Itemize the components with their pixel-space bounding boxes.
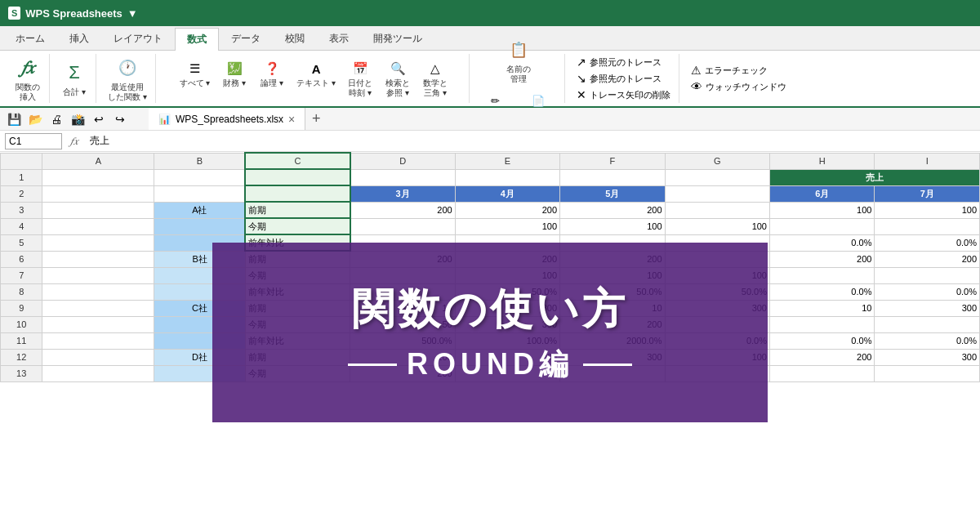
- cell-e13[interactable]: [455, 365, 559, 381]
- cell-d6[interactable]: 200: [350, 251, 455, 267]
- lookup-button[interactable]: 🔍 検索と参照 ▾: [380, 57, 416, 100]
- cell-c4[interactable]: 今期: [245, 218, 350, 234]
- col-header-b[interactable]: B: [154, 153, 245, 169]
- cell-f5[interactable]: [560, 234, 665, 251]
- cell-d13[interactable]: 200: [350, 365, 455, 381]
- fx-button[interactable]: 𝑓𝑥: [65, 135, 83, 148]
- cell-e1[interactable]: [455, 169, 559, 185]
- print-button[interactable]: 🖨: [47, 110, 65, 128]
- cell-i12[interactable]: 300: [875, 349, 980, 365]
- cell-i11[interactable]: 0.0%: [875, 332, 980, 349]
- cell-g10[interactable]: [665, 316, 769, 332]
- cell-i8[interactable]: 0.0%: [875, 283, 980, 300]
- cell-g12[interactable]: 100: [665, 349, 769, 365]
- logic-button[interactable]: ❓ 論理 ▾: [254, 57, 290, 90]
- tab-layout[interactable]: レイアウト: [101, 27, 175, 50]
- cell-b3[interactable]: A社: [154, 202, 245, 218]
- autosum-button[interactable]: Σ 合計 ▾: [58, 58, 91, 99]
- cell-a9[interactable]: [42, 300, 154, 316]
- cell-i13[interactable]: [875, 365, 980, 381]
- screenshot-button[interactable]: 📸: [69, 110, 87, 128]
- cell-b11[interactable]: [154, 332, 245, 349]
- cell-f13[interactable]: [560, 365, 665, 381]
- title-dropdown-icon[interactable]: ▼: [127, 7, 138, 20]
- cell-b10[interactable]: [154, 316, 245, 332]
- cell-g3[interactable]: [665, 202, 769, 218]
- cell-i4[interactable]: [875, 218, 980, 234]
- remove-arrows-button[interactable]: ✕ トレース矢印の削除: [573, 87, 674, 102]
- cell-f10[interactable]: 200: [560, 316, 665, 332]
- cell-g4[interactable]: 100: [665, 218, 769, 234]
- cell-h12[interactable]: 200: [769, 349, 874, 365]
- finance-button[interactable]: 💹 財務 ▾: [216, 57, 252, 90]
- cell-g13[interactable]: [665, 365, 769, 381]
- cell-d4[interactable]: [350, 218, 455, 234]
- cell-b7[interactable]: [154, 267, 245, 283]
- cell-f9[interactable]: 10: [560, 300, 665, 316]
- cell-b12[interactable]: D社: [154, 349, 245, 365]
- cell-a3[interactable]: [42, 202, 154, 218]
- cell-e9[interactable]: 300: [455, 300, 559, 316]
- cell-b13[interactable]: [154, 365, 245, 381]
- cell-g1[interactable]: [665, 169, 769, 185]
- cell-g5[interactable]: [665, 234, 769, 251]
- cell-a12[interactable]: [42, 349, 154, 365]
- cell-i5[interactable]: 0.0%: [875, 234, 980, 251]
- cell-b4[interactable]: [154, 218, 245, 234]
- cell-e10[interactable]: 300: [455, 316, 559, 332]
- cell-c2[interactable]: [245, 185, 350, 202]
- cell-e5[interactable]: [455, 234, 559, 251]
- cell-g8[interactable]: 50.0%: [665, 283, 769, 300]
- save-button[interactable]: 💾: [5, 110, 23, 128]
- trace-dependents-button[interactable]: ↘ 参照先のトレース: [573, 71, 665, 86]
- cell-a1[interactable]: [42, 169, 154, 185]
- trace-precedents-button[interactable]: ↗ 参照元のトレース: [573, 55, 665, 69]
- cell-g7[interactable]: 100: [665, 267, 769, 283]
- cell-a2[interactable]: [42, 185, 154, 202]
- cell-h9[interactable]: 10: [769, 300, 874, 316]
- col-header-h[interactable]: H: [769, 153, 874, 169]
- cell-f7[interactable]: 100: [560, 267, 665, 283]
- col-header-c[interactable]: C: [245, 153, 350, 169]
- insert-function-button[interactable]: 𝑓𝑥 関数の挿入: [11, 53, 44, 104]
- cell-d8[interactable]: [350, 283, 455, 300]
- cell-e2[interactable]: 4月: [455, 185, 559, 202]
- cell-a4[interactable]: [42, 218, 154, 234]
- col-header-e[interactable]: E: [455, 153, 559, 169]
- cell-c9[interactable]: 前期: [245, 300, 350, 316]
- all-functions-button[interactable]: ☰ すべて ▾: [175, 57, 216, 90]
- cell-f3[interactable]: 200: [560, 202, 665, 218]
- cell-i7[interactable]: [875, 267, 980, 283]
- cell-a11[interactable]: [42, 332, 154, 349]
- tab-review[interactable]: 校閲: [273, 27, 317, 50]
- col-header-d[interactable]: D: [350, 153, 455, 169]
- cell-e12[interactable]: 200: [455, 349, 559, 365]
- cell-c12[interactable]: 前期: [245, 349, 350, 365]
- cell-d1[interactable]: [350, 169, 455, 185]
- cell-h8[interactable]: 0.0%: [769, 283, 874, 300]
- cell-h2[interactable]: 6月: [769, 185, 874, 202]
- undo-button[interactable]: ↩: [90, 110, 108, 128]
- datetime-button[interactable]: 📅 日付と時刻 ▾: [342, 57, 378, 100]
- name-manager-button[interactable]: 📋 名前の管理: [502, 35, 535, 86]
- watch-window-button[interactable]: 👁 ウォッチウィンドウ: [688, 79, 790, 94]
- cell-g11[interactable]: 0.0%: [665, 332, 769, 349]
- add-tab-button[interactable]: +: [305, 108, 327, 130]
- cell-b1[interactable]: [154, 169, 245, 185]
- tab-devtools[interactable]: 開発ツール: [361, 27, 434, 50]
- cell-a8[interactable]: [42, 283, 154, 300]
- cell-e4[interactable]: 100: [455, 218, 559, 234]
- col-header-i[interactable]: I: [875, 153, 980, 169]
- cell-d9[interactable]: 10: [350, 300, 455, 316]
- text-button[interactable]: A テキスト ▾: [292, 57, 341, 90]
- open-button[interactable]: 📂: [26, 110, 44, 128]
- cell-d11[interactable]: 500.0%: [350, 332, 455, 349]
- cell-h1[interactable]: 売上: [769, 169, 979, 185]
- cell-f11[interactable]: 2000.0%: [560, 332, 665, 349]
- cell-c8[interactable]: 前年対比: [245, 283, 350, 300]
- cell-h11[interactable]: 0.0%: [769, 332, 874, 349]
- formula-input[interactable]: [87, 133, 975, 149]
- cell-h6[interactable]: 200: [769, 251, 874, 267]
- tab-formula[interactable]: 数式: [175, 28, 219, 51]
- cell-c13[interactable]: 今期: [245, 365, 350, 381]
